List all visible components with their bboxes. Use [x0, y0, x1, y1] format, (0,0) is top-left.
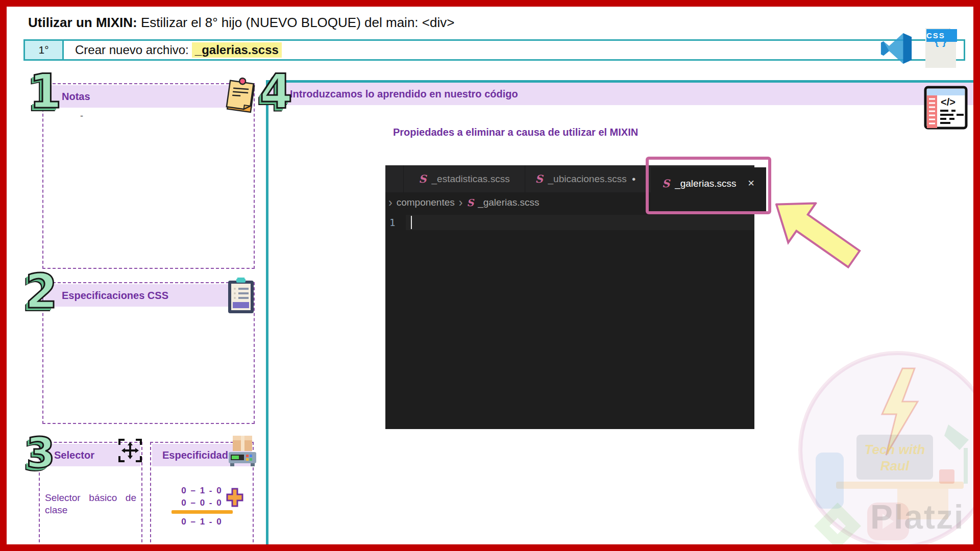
- step-text-label: Crear nuevo archivo:: [75, 43, 189, 57]
- clipboard-icon: [226, 277, 256, 315]
- step-highlight: _galerias.scss: [192, 42, 282, 58]
- page-title: Utilizar un MIXIN: Estilizar el 8° hijo …: [28, 15, 454, 31]
- sass-icon: S: [535, 173, 543, 184]
- tab-ubicaciones[interactable]: S _ubicaciones.scss ●: [525, 165, 646, 192]
- sass-icon: S: [419, 173, 426, 184]
- tabbar-spacer: [385, 165, 404, 192]
- especificidad-row: 0 – 1 - 0: [151, 516, 253, 528]
- editor-code-area[interactable]: 1: [385, 213, 754, 429]
- section-number-2: 2: [25, 271, 58, 313]
- current-line-highlight: [406, 215, 754, 230]
- text-cursor: [411, 216, 412, 229]
- codigo-title: Introduzcamos lo aprendido en nuestro có…: [290, 88, 518, 100]
- svg-text:Tech with: Tech with: [865, 442, 925, 457]
- selector-body-text: Selector básico de clase: [45, 492, 136, 516]
- notas-header-band: Notas: [44, 85, 253, 108]
- tab-label: _estadisticas.scss: [432, 173, 510, 185]
- step-number: 1°: [25, 41, 64, 59]
- tab-label: _ubicaciones.scss: [548, 173, 627, 185]
- notas-title: Notas: [62, 91, 90, 103]
- move-arrows-icon: [117, 438, 143, 463]
- tab-estadisticas[interactable]: S _estadisticas.scss: [404, 165, 525, 192]
- package-scale-icon: [227, 435, 257, 471]
- chevron-right-icon: ›: [459, 197, 463, 209]
- slide-page: Utilizar un MIXIN: Estilizar el 8° hijo …: [0, 0, 980, 551]
- section-number-4: 4: [260, 71, 292, 113]
- codigo-subtitle: Propiedades a eliminar a causa de utiliz…: [393, 127, 638, 138]
- section-codigo-content: Tech with Raul Introduzcamos lo aprendid…: [268, 83, 977, 545]
- section-notas: Notas -: [42, 83, 255, 269]
- platzi-watermark-text: Platzi: [870, 497, 964, 536]
- page-title-rest: Estilizar el 8° hijo (NUEVO BLOQUE) del …: [137, 15, 455, 30]
- especificaciones-title: Especificaciones CSS: [62, 290, 168, 302]
- step-bar: 1° Crear nuevo archivo: _galerias.scss: [23, 39, 965, 61]
- modified-dot-icon[interactable]: ●: [632, 175, 636, 183]
- svg-text:</>: </>: [941, 96, 955, 108]
- step-text: Crear nuevo archivo: _galerias.scss: [64, 41, 282, 59]
- pointer-arrow: [761, 184, 869, 281]
- section-codigo: Tech with Raul Introduzcamos lo aprendid…: [266, 80, 979, 547]
- section-especificidad: Especificidad: 0 – 1 - 0 0 – 0 - 0 0 – 1…: [150, 442, 254, 547]
- line-number: 1: [389, 217, 395, 228]
- especificidad-title: Especificidad:: [162, 449, 232, 461]
- platzi-logo-icon: [812, 500, 863, 551]
- chevron-right-icon: ›: [388, 197, 393, 209]
- selector-title: Selector: [54, 449, 94, 461]
- plus-icon: [226, 488, 243, 507]
- codigo-header-band: Introduzcamos lo aprendido en nuestro có…: [268, 83, 977, 105]
- section-number-3: 3: [26, 434, 55, 472]
- css-file-icon: { } CSS: [925, 28, 956, 68]
- vscode-logo-icon: [880, 32, 913, 65]
- svg-text:Raul: Raul: [880, 458, 910, 473]
- especificaciones-header-band: Especificaciones CSS: [44, 284, 253, 307]
- sum-divider: [172, 510, 233, 514]
- section-especificaciones: Especificaciones CSS: [42, 282, 255, 424]
- page-title-bold: Utilizar un MIXIN:: [28, 15, 137, 30]
- highlight-callout-rect: [646, 157, 771, 214]
- sass-icon: S: [467, 198, 474, 208]
- sticky-note-icon: [225, 77, 257, 116]
- notes-placeholder: -: [80, 111, 83, 121]
- css-file-label: CSS: [926, 29, 957, 42]
- breadcrumb-folder[interactable]: componentes: [397, 197, 455, 208]
- code-window-icon: </>: [924, 84, 968, 131]
- section-number-1: 1: [29, 71, 62, 113]
- breadcrumb-file[interactable]: _galerias.scss: [478, 197, 539, 208]
